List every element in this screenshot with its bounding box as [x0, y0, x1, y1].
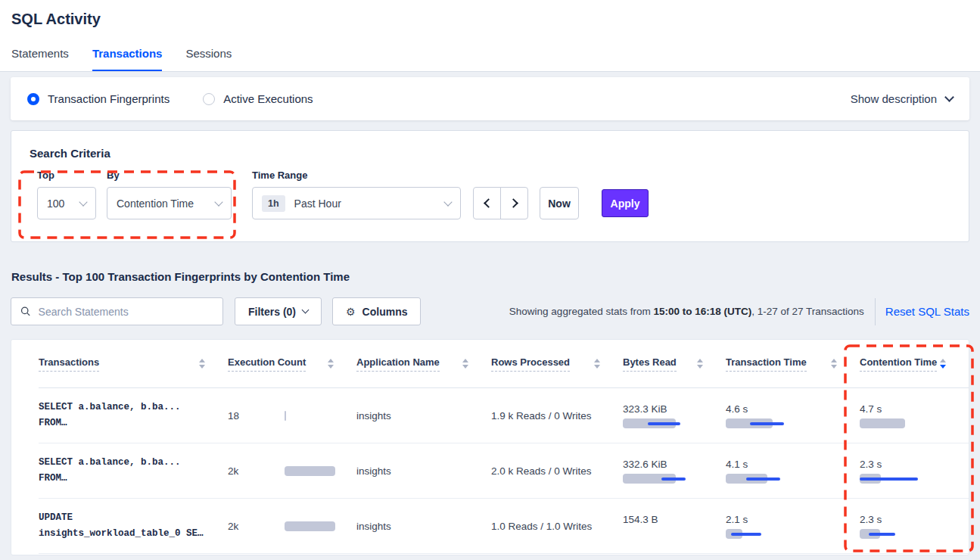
statement-line-1: SELECT a.balance, b.ba... [39, 400, 228, 415]
stddev-line [750, 422, 784, 425]
bytes-read-cell-value: 332.6 KiB [623, 459, 726, 470]
sort-desc-icon [199, 365, 205, 369]
column-header-label: Bytes Read [623, 356, 677, 372]
filters-label: Filters (0) [248, 306, 296, 318]
execution-count-barchart [285, 521, 334, 531]
application-name-cell: insights [356, 521, 491, 532]
tab-sessions[interactable]: Sessions [185, 47, 232, 71]
stddev-line [731, 533, 761, 536]
execution-count-cell: 2k [228, 465, 356, 477]
chevron-right-icon [509, 198, 518, 208]
transaction-time-cell: 2.1 s [726, 514, 860, 539]
radio-option-active-executions[interactable]: Active Executions [203, 92, 313, 105]
mean-bar [860, 418, 905, 428]
results-toolbar: Filters (0) ⚙ Columns Showing aggregated… [11, 297, 969, 325]
apply-button[interactable]: Apply [602, 189, 649, 217]
toolbar-divider [875, 298, 876, 325]
column-header-transaction-time[interactable]: Transaction Time [726, 356, 860, 372]
sort-icon [594, 359, 600, 369]
transaction-time-cell-barchart [726, 418, 860, 428]
transaction-time-cell-barchart [726, 474, 860, 484]
sort-icon [697, 359, 703, 369]
contention-time-cell-value: 2.3 s [860, 459, 969, 470]
search-criteria-title: Search Criteria [30, 147, 950, 160]
sort-desc-icon [697, 365, 703, 369]
search-statements-input[interactable] [39, 306, 213, 318]
sort-icon [462, 359, 468, 369]
column-header-label: Transaction Time [726, 356, 807, 372]
reset-sql-stats-link[interactable]: Reset SQL Stats [885, 305, 969, 318]
sort-desc-icon [831, 365, 837, 369]
transaction-statement-link[interactable]: SELECT a.balance, b.ba...FROM… [39, 400, 228, 431]
stddev-line [661, 478, 686, 481]
chevron-left-icon [484, 198, 493, 208]
execution-count-cell: 18 [228, 410, 356, 422]
transaction-time-cell-value: 2.1 s [726, 514, 860, 525]
time-range-select[interactable]: 1h Past Hour [252, 187, 461, 219]
by-field: By Contention Time [107, 170, 232, 219]
sort-asc-icon [594, 359, 600, 362]
tab-statements[interactable]: Statements [11, 47, 69, 71]
execution-count-value: 18 [228, 410, 285, 422]
contention-time-cell: 4.7 s [860, 403, 969, 428]
stddev-line [860, 478, 918, 481]
column-header-rows-processed[interactable]: Rows Processed [491, 356, 623, 372]
column-header-bytes-read[interactable]: Bytes Read [623, 356, 726, 372]
chevron-down-icon [443, 198, 452, 206]
bytes-read-cell: 323.3 KiB [623, 403, 726, 428]
columns-button[interactable]: ⚙ Columns [332, 297, 421, 325]
columns-label: Columns [362, 306, 408, 318]
search-statements-box [11, 297, 223, 325]
column-header-transactions[interactable]: Transactions [39, 356, 228, 372]
contention-time-cell-value: 2.3 s [860, 514, 969, 525]
application-name-cell: insights [356, 465, 491, 477]
sort-asc-icon [697, 359, 703, 362]
table-body: SELECT a.balance, b.ba...FROM…18insights… [39, 388, 969, 554]
show-description-toggle[interactable]: Show description [851, 92, 953, 105]
transaction-statement-link[interactable]: SELECT a.balance, b.ba...FROM… [39, 455, 228, 487]
time-range-badge: 1h [262, 195, 285, 212]
bytes-read-cell-barchart [623, 474, 726, 484]
transaction-time-cell-value: 4.1 s [726, 459, 860, 470]
next-time-button[interactable] [500, 187, 528, 219]
contention-time-cell-barchart [860, 529, 969, 539]
rows-processed-cell: 1.9 k Reads / 0 Writes [491, 410, 623, 422]
sort-desc-icon [462, 365, 468, 369]
by-select[interactable]: Contention Time [107, 187, 232, 219]
time-range-field: Time Range 1h Past Hour [252, 170, 461, 219]
radio-option-transaction-fingerprints[interactable]: Transaction Fingerprints [27, 92, 170, 105]
tab-transactions[interactable]: Transactions [92, 47, 163, 71]
statement-line-2: FROM… [39, 471, 228, 487]
mean-bar [285, 521, 335, 531]
contention-time-cell-barchart [860, 474, 969, 484]
sort-icon [940, 359, 946, 369]
contention-time-cell-value: 4.7 s [860, 403, 969, 415]
statement-line-2: FROM… [39, 415, 228, 431]
table-row: SELECT a.balance, b.ba...FROM…2kinsights… [39, 443, 969, 499]
prev-time-button[interactable] [473, 187, 501, 219]
execution-count-value: 2k [228, 465, 285, 477]
chevron-down-icon [944, 92, 954, 102]
chevron-down-icon [302, 306, 310, 314]
transactions-table: TransactionsExecution CountApplication N… [11, 339, 969, 555]
column-header-contention-time[interactable]: Contention Time [860, 356, 969, 372]
by-select-value: Contention Time [117, 198, 194, 210]
sort-icon [831, 359, 837, 369]
gear-icon: ⚙ [346, 306, 356, 318]
column-header-label: Execution Count [228, 356, 306, 372]
top-select[interactable]: 100 [37, 187, 96, 219]
contention-time-cell: 2.3 s [860, 514, 969, 539]
rows-processed-cell: 1.0 Reads / 1.0 Writes [491, 521, 623, 532]
column-header-label: Contention Time [860, 356, 937, 372]
bytes-read-cell-barchart [623, 529, 726, 539]
search-criteria-card: Search Criteria Top 100 By Contention Ti… [11, 130, 969, 242]
rows-processed-cell: 2.0 k Reads / 0 Writes [491, 465, 623, 477]
column-header-application-name[interactable]: Application Name [356, 356, 491, 372]
column-header-execution-count[interactable]: Execution Count [228, 356, 356, 372]
execution-count-cell: 2k [228, 521, 356, 532]
stddev-line [869, 533, 895, 536]
page-title: SQL Activity [11, 11, 969, 28]
filters-button[interactable]: Filters (0) [235, 297, 322, 325]
now-button[interactable]: Now [540, 187, 579, 219]
transaction-statement-link[interactable]: UPDATEinsights_workload_table_0 SE… [39, 510, 228, 542]
